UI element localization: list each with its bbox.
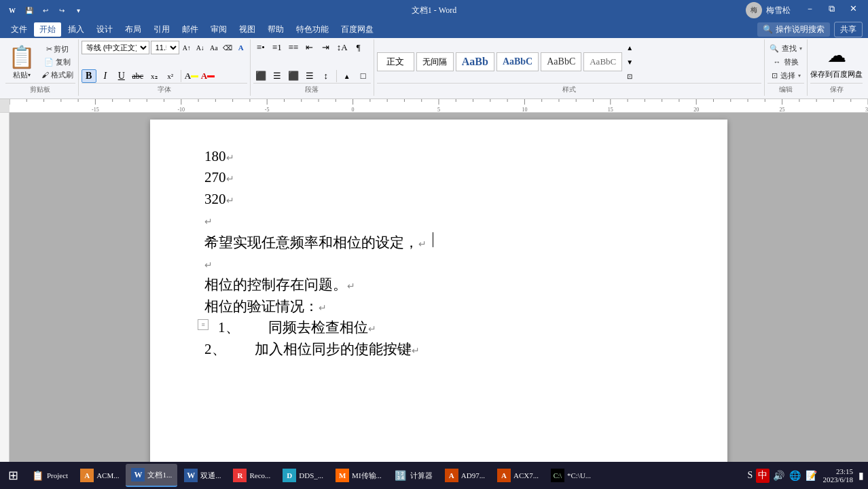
taskbar-word1[interactable]: W 文档1...	[126, 464, 177, 487]
menu-home[interactable]: 开始	[34, 22, 61, 37]
justify-btn[interactable]: ☰	[302, 69, 317, 83]
audio-icon[interactable]: 🔊	[772, 469, 786, 483]
ruler-scale: -15-10-5051015202530	[10, 99, 868, 112]
styles-scroll-down[interactable]: ▼	[623, 56, 636, 68]
taskbar-word2[interactable]: W 双通...	[179, 464, 226, 487]
start-btn[interactable]: ⊞	[3, 464, 24, 487]
taskbar-calc[interactable]: 🔢 计算器	[388, 464, 438, 487]
redo-btn[interactable]: ↪	[56, 4, 68, 16]
menu-insert[interactable]: 插入	[62, 22, 90, 37]
page[interactable]: 180↵ 270↵ 320↵ ↵ 希望实现任意频率和相位的设定，↵ ↵ 相位的控…	[150, 120, 727, 466]
shading-btn[interactable]: ▲	[340, 69, 355, 83]
save-quick-btn[interactable]: 💾	[23, 4, 35, 16]
taskbar-dds[interactable]: D DDS_...	[277, 464, 329, 487]
taskbar-ad97[interactable]: A AD97...	[439, 464, 490, 487]
network-icon[interactable]: 🌐	[788, 469, 802, 483]
strikethrough-btn[interactable]: abc	[130, 69, 145, 83]
taskbar-mi[interactable]: M MI传输...	[330, 464, 387, 487]
format-painter-btn[interactable]: 🖌 格式刷	[39, 69, 75, 81]
user-avatar[interactable]: 梅	[746, 2, 762, 18]
left-ruler	[0, 113, 10, 473]
change-case-btn[interactable]: Aa	[208, 41, 220, 54]
bullet-list-btn[interactable]: ≡•	[253, 41, 268, 54]
clock[interactable]: 23:15 2023/6/18	[822, 467, 853, 484]
underline-btn[interactable]: U	[114, 69, 129, 83]
font-size-select[interactable]: 11.5	[151, 41, 179, 54]
cut-btn[interactable]: ✂ 剪切	[39, 43, 75, 55]
close-btn[interactable]: ✕	[844, 2, 863, 16]
taskbar-project[interactable]: 📋 Project	[25, 464, 73, 487]
style-subtitle[interactable]: AaBbC	[583, 52, 622, 71]
taskbar-acm[interactable]: A ACM...	[75, 464, 124, 487]
text-cursor	[433, 232, 433, 247]
menu-help[interactable]: 帮助	[262, 22, 289, 37]
style-heading1[interactable]: AaBb	[456, 52, 494, 71]
decrease-indent-btn[interactable]: ⇤	[302, 41, 317, 54]
document-area[interactable]: 180↵ 270↵ 320↵ ↵ 希望实现任意频率和相位的设定，↵ ↵ 相位的控…	[10, 113, 868, 473]
replace-btn[interactable]: ↔替换	[767, 56, 804, 68]
ime-icon[interactable]: 中	[756, 469, 770, 483]
numbered-list-btn[interactable]: ≡1	[270, 41, 285, 54]
clear-format-btn[interactable]: ⌫	[221, 41, 234, 54]
font-color-btn[interactable]: A	[200, 69, 215, 83]
restore-btn[interactable]: ⧉	[822, 2, 841, 16]
multi-list-btn[interactable]: ≡≡	[286, 41, 301, 54]
customize-btn[interactable]: ▾	[72, 4, 84, 16]
style-heading2[interactable]: AaBbC	[496, 52, 539, 71]
taskbar-reco[interactable]: R Reco...	[228, 464, 276, 487]
copy-btn[interactable]: 📄 复制	[39, 56, 75, 68]
superscript-btn[interactable]: x²	[163, 69, 178, 83]
baidu-save-label[interactable]: 保存到百度网盘	[810, 69, 863, 79]
border-btn[interactable]: □	[356, 69, 371, 83]
svg-text:-10: -10	[177, 107, 185, 112]
text-effect-btn[interactable]: A	[235, 41, 247, 54]
subscript-btn[interactable]: x₂	[147, 69, 162, 83]
menu-references[interactable]: 引用	[148, 22, 175, 37]
menu-view[interactable]: 视图	[234, 22, 261, 37]
sougou-icon[interactable]: S	[746, 469, 755, 483]
styles-scroll-up[interactable]: ▲	[623, 41, 636, 54]
highlight-color-btn[interactable]: A	[184, 69, 199, 83]
undo-btn[interactable]: ↩	[39, 4, 52, 16]
enlarge-font-btn[interactable]: A↑	[181, 41, 193, 54]
word2-icon: W	[184, 469, 198, 482]
show-hide-btn[interactable]: ¶	[351, 41, 366, 54]
minimize-btn[interactable]: －	[800, 2, 819, 16]
shrink-font-btn[interactable]: A↓	[194, 41, 206, 54]
find-btn[interactable]: 🔍查找 ▾	[767, 42, 804, 54]
menu-design[interactable]: 设计	[91, 22, 118, 37]
italic-btn[interactable]: I	[98, 69, 113, 83]
menu-file[interactable]: 文件	[5, 22, 33, 37]
line-spacing-btn[interactable]: ↕	[319, 69, 333, 83]
taskbar-acx7[interactable]: A ACX7...	[492, 464, 544, 487]
paste-btn[interactable]: 📋 粘贴▾	[5, 41, 38, 83]
style-no-space[interactable]: 无间隔	[416, 52, 454, 71]
menu-layout[interactable]: 布局	[120, 22, 147, 37]
line-item1: 1、 同频去检查相位↵	[218, 318, 376, 338]
align-right-btn[interactable]: ⬛	[286, 69, 301, 83]
menu-review[interactable]: 审阅	[205, 22, 232, 37]
sort-btn[interactable]: ↕A	[335, 41, 350, 54]
style-title[interactable]: AaBbC	[541, 52, 581, 71]
menu-special[interactable]: 特色功能	[291, 22, 334, 37]
style-normal[interactable]: 正文	[377, 52, 414, 71]
menu-baidu[interactable]: 百度网盘	[336, 22, 379, 37]
select-btn[interactable]: ⊡选择 ▾	[767, 69, 804, 82]
project-icon: 📋	[31, 469, 44, 482]
font-family-select[interactable]: 等线 (中文正文)	[82, 41, 149, 54]
search-box[interactable]: 🔍 操作说明搜索	[757, 22, 830, 37]
align-left-btn[interactable]: ⬛	[253, 69, 268, 83]
align-center-btn[interactable]: ☰	[270, 69, 285, 83]
bold-btn[interactable]: B	[82, 69, 96, 83]
input-icon[interactable]: 📝	[804, 469, 818, 483]
show-desktop-btn[interactable]: ▮	[857, 469, 865, 483]
share-btn[interactable]: 共享	[834, 22, 863, 37]
styles-more[interactable]: ⊡	[623, 70, 636, 82]
main-area: 180↵ 270↵ 320↵ ↵ 希望实现任意频率和相位的设定，↵ ↵ 相位的控…	[0, 113, 868, 473]
taskbar-cmd[interactable]: C:\ *C:\U...	[545, 464, 596, 487]
menu-mailings[interactable]: 邮件	[177, 22, 204, 37]
systray-icons: S 中 🔊 🌐 📝	[746, 469, 819, 483]
editing-label: 编辑	[767, 83, 804, 94]
increase-indent-btn[interactable]: ⇥	[319, 41, 333, 54]
word1-icon: W	[131, 468, 145, 482]
